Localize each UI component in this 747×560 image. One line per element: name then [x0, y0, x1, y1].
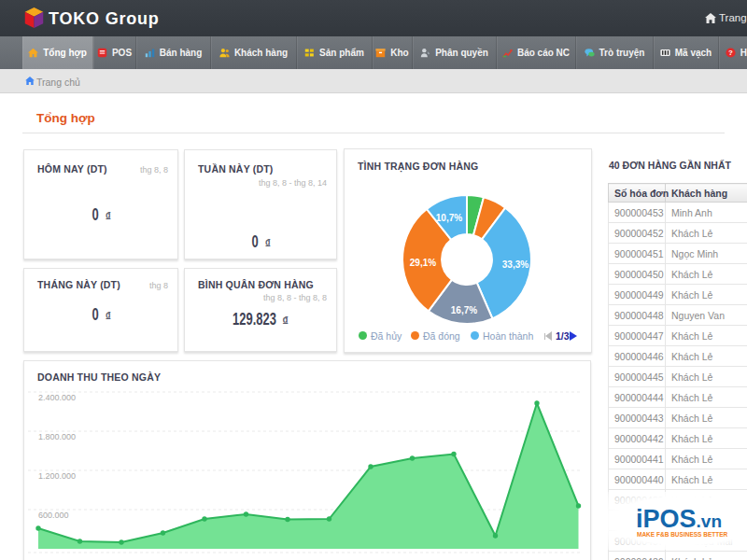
svg-text:2.400.000: 2.400.000: [38, 393, 76, 402]
svg-text:29,1%: 29,1%: [410, 258, 436, 268]
svg-text:33,3%: 33,3%: [502, 259, 529, 270]
svg-text:16,7%: 16,7%: [451, 305, 477, 315]
svg-text:1.200.000: 1.200.000: [38, 471, 76, 481]
svg-text:1.800.000: 1.800.000: [38, 432, 76, 441]
svg-text:?: ?: [728, 49, 733, 57]
svg-text:10,7%: 10,7%: [436, 213, 462, 223]
svg-text:600.000: 600.000: [38, 511, 69, 520]
